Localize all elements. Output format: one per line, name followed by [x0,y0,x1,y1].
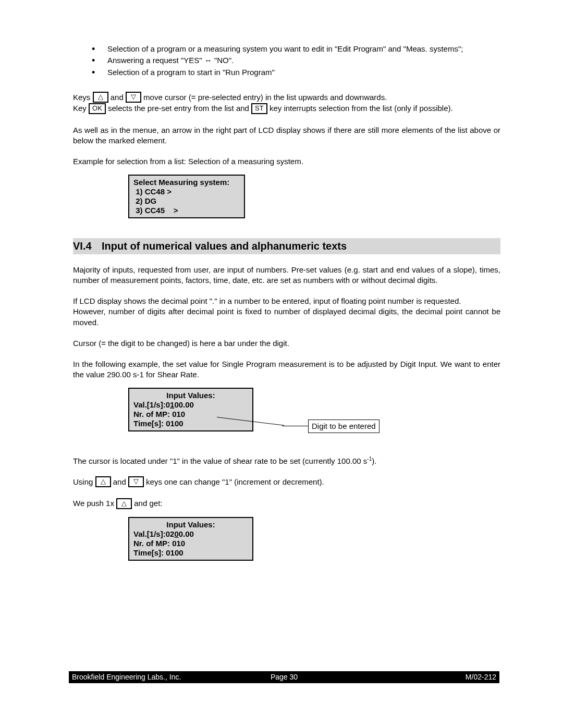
footer-center: Page 30 [271,672,298,682]
lcd-row: Val.[1/s]:0100.00 [133,400,248,410]
lcd-row: Input Values: [133,520,248,529]
up-key-icon: △ [116,498,132,509]
bullet-item: Answering a request "YES" ↔ "NO". [107,55,500,66]
lcd-input-values-2: Input Values: Val.[1/s]:0200.00 Nr. of M… [128,517,253,561]
paragraph: However, number of digits after decimal … [73,306,500,328]
section-heading: VI.4Input of numerical values and alphan… [73,238,500,254]
bullet-item: Selection of a program or a measuring sy… [107,44,500,54]
lcd-row: 2) DG [133,196,240,206]
text: move cursor (= pre-selected entry) in th… [143,93,387,102]
paragraph: Example for selection from a list: Selec… [73,156,500,167]
text: and get: [134,499,162,508]
text: and [113,477,128,486]
text: keys one can change "1" (increment or de… [146,477,324,486]
bullet-list: Selection of a program or a measuring sy… [73,44,500,78]
footer-left: Brookfield Engineering Labs., Inc. [72,672,181,682]
ok-key-icon: OK [89,103,106,114]
paragraph: Majority of inputs, requested from user,… [73,265,500,286]
cursor-digit: 0 [174,529,178,538]
lcd-row: 1) CC48 > [133,187,240,196]
heading-number: VI.4 [73,239,102,253]
lcd-row: Time[s]: 0100 [133,548,248,558]
footer-bar: Brookfield Engineering Labs., Inc. Page … [69,671,499,683]
callout-digit-to-enter: Digit to be entered [308,419,380,433]
up-key-icon: △ [95,476,111,487]
text: 00.00 [174,400,194,409]
lcd-row: Nr. of MP: 010 [133,410,248,419]
paragraph: If LCD display shows the decimal point "… [73,296,500,306]
lcd-input-values-1: Input Values: Val.[1/s]:0100.00 Nr. of M… [128,388,253,431]
text: We push 1x [73,499,116,508]
superscript: -1 [367,456,372,462]
paragraph: In the following example, the set value … [73,359,500,380]
up-key-icon: △ [93,92,108,103]
down-key-icon: ▽ [126,92,141,103]
lcd-row: Select Measuring system: [133,178,240,187]
st-key-icon: ST [251,103,267,114]
lcd-row: Input Values: [133,391,248,400]
text: key interrupts selection from the list (… [270,104,453,113]
text: 0.00 [179,529,194,538]
text: Val.[1/s]:0 [133,400,170,409]
footer-right: M/02-212 [466,672,496,682]
paragraph: Using △ and ▽ keys one can change "1" (i… [73,477,500,488]
text: Keys [73,93,90,102]
text: Using [73,477,93,486]
paragraph: As well as in the menue, an arrow in the… [73,125,500,146]
paragraph: The cursor is located under "1" in the v… [73,455,500,466]
down-key-icon: ▽ [128,476,144,487]
text: Key [73,104,89,113]
text: selects the pre-set entry from the list … [108,104,251,113]
text: and [111,93,126,102]
lcd-select-measuring: Select Measuring system: 1) CC48 > 2) DG… [128,175,245,218]
lcd-row: Val.[1/s]:0200.00 [133,529,248,539]
connector-line [282,426,308,426]
text: ). [372,456,376,465]
paragraph: We push 1x △ and get: [73,498,500,510]
lcd-row: Time[s]: 0100 [133,419,248,428]
bullet-item: Selection of a program to start in "Run … [107,67,500,78]
lcd-diagram: Input Values: Val.[1/s]:0100.00 Nr. of M… [128,388,500,440]
heading-title: Input of numerical values and alphanumer… [102,240,347,252]
text: The cursor is located under "1" in the v… [73,456,367,465]
lcd-row: Nr. of MP: 010 [133,539,248,548]
paragraph: Cursor (= the digit to be changed) is he… [73,338,500,349]
lcd-row: 3) CC45 > [133,206,240,215]
text: Val.[1/s]:02 [133,529,174,538]
